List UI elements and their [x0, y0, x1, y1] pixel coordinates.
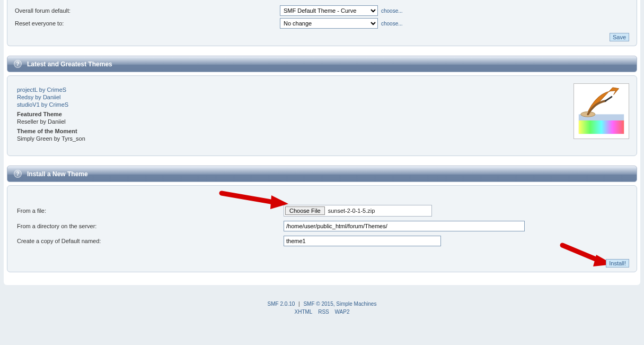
theme-thumbnail — [574, 83, 629, 139]
theme-link[interactable]: studioV1 by CrimeS — [17, 101, 627, 108]
copy-name-input[interactable] — [284, 236, 441, 246]
install-button[interactable]: Install! — [606, 259, 629, 268]
directory-input[interactable] — [284, 221, 525, 231]
theme-link[interactable]: projectL by CrimeS — [17, 87, 627, 93]
reset-everyone-label: Reset everyone to: — [15, 20, 280, 27]
overall-default-select[interactable]: SMF Default Theme - Curve — [280, 5, 378, 16]
footer-xhtml-link[interactable]: XHTML — [295, 309, 313, 315]
moment-theme-item: Simply Green by Tyrs_son — [17, 135, 627, 142]
chosen-filename: sunset-2-0-1-5.zip — [326, 208, 375, 214]
svg-rect-2 — [579, 120, 624, 134]
install-theme-panel: From a file: Choose File sunset-2-0-1-5.… — [7, 185, 637, 272]
save-button[interactable]: Save — [610, 33, 629, 41]
help-icon[interactable]: ? — [14, 60, 22, 68]
latest-themes-header: ? Latest and Greatest Themes — [7, 56, 637, 72]
copy-default-label: Create a copy of Default named: — [17, 238, 284, 244]
help-icon[interactable]: ? — [14, 170, 22, 178]
from-directory-label: From a directory on the server: — [17, 223, 284, 229]
from-file-label: From a file: — [17, 208, 284, 214]
featured-theme-item: Reseller by Daniiel — [17, 118, 627, 125]
choose-link-reset[interactable]: choose... — [381, 21, 403, 27]
featured-theme-heading: Featured Theme — [17, 111, 627, 117]
reset-everyone-select[interactable]: No change — [280, 18, 378, 29]
theme-settings-panel: Overall forum default: SMF Default Theme… — [7, 0, 637, 46]
theme-link[interactable]: Redsy by Daniiel — [17, 94, 627, 100]
footer: SMF 2.0.10 | SMF © 2015, Simple Machines… — [0, 285, 644, 320]
footer-smf-copyright[interactable]: SMF © 2015, Simple Machines — [303, 301, 376, 307]
footer-smf-version[interactable]: SMF 2.0.10 — [268, 301, 295, 307]
file-input-widget[interactable]: Choose File sunset-2-0-1-5.zip — [284, 205, 432, 217]
choose-link-default[interactable]: choose... — [381, 8, 403, 14]
install-theme-title: Install a New Theme — [27, 170, 88, 178]
choose-file-button[interactable]: Choose File — [285, 206, 325, 215]
footer-wap2-link[interactable]: WAP2 — [335, 309, 350, 315]
moment-theme-heading: Theme of the Moment — [17, 128, 627, 134]
install-theme-header: ? Install a New Theme — [7, 166, 637, 182]
latest-themes-title: Latest and Greatest Themes — [27, 61, 112, 68]
overall-default-label: Overall forum default: — [15, 7, 280, 14]
footer-rss-link[interactable]: RSS — [318, 309, 329, 315]
latest-themes-panel: projectL by CrimeS Redsy by Daniiel stud… — [7, 75, 637, 156]
